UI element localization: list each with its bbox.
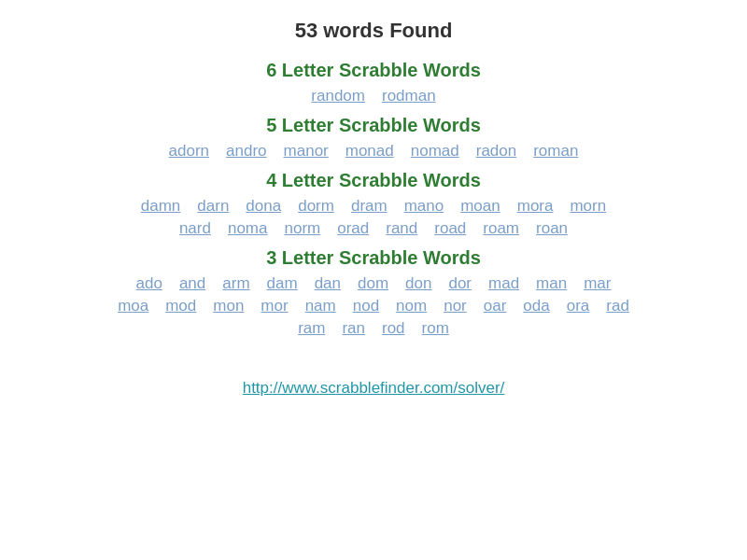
word-mod[interactable]: mod — [165, 297, 196, 315]
word-moan[interactable]: moan — [460, 197, 500, 216]
section-heading-2: 4 Letter Scrabble Words — [118, 170, 629, 191]
word-dorm[interactable]: dorm — [298, 197, 334, 216]
word-dor[interactable]: dor — [448, 274, 472, 293]
word-ram[interactable]: ram — [298, 319, 325, 338]
word-nam[interactable]: nam — [305, 297, 336, 315]
word-oar[interactable]: oar — [484, 297, 507, 315]
word-rad[interactable]: rad — [606, 297, 629, 315]
page-title: 53 words Found — [295, 19, 453, 43]
section-heading-3: 3 Letter Scrabble Words — [118, 247, 629, 269]
word-dom[interactable]: dom — [358, 274, 388, 293]
word-dan[interactable]: dan — [315, 274, 341, 293]
word-ora[interactable]: ora — [567, 297, 590, 315]
word-dona[interactable]: dona — [246, 197, 281, 216]
section-heading-0: 6 Letter Scrabble Words — [118, 60, 629, 81]
word-darn[interactable]: darn — [197, 197, 229, 216]
section-heading-1: 5 Letter Scrabble Words — [118, 115, 629, 136]
word-rand[interactable]: rand — [386, 219, 417, 238]
word-nor[interactable]: nor — [444, 297, 467, 315]
word-nod[interactable]: nod — [353, 297, 379, 315]
word-norm[interactable]: norm — [284, 219, 320, 238]
word-mad[interactable]: mad — [488, 274, 519, 293]
word-morn[interactable]: morn — [570, 197, 606, 216]
word-mano[interactable]: mano — [404, 197, 444, 216]
word-orad[interactable]: orad — [337, 219, 369, 238]
word-random[interactable]: random — [311, 87, 365, 105]
word-nomad[interactable]: nomad — [411, 142, 459, 161]
word-rom[interactable]: rom — [422, 319, 449, 338]
word-ado[interactable]: ado — [136, 274, 162, 293]
word-mar[interactable]: mar — [584, 274, 611, 293]
words-row-3-0: adoandarmdamdandomdondormadmanmar — [118, 274, 629, 293]
word-nom[interactable]: nom — [396, 297, 427, 315]
words-row-1-0: adornandromanormonadnomadradonroman — [118, 142, 629, 161]
word-adorn[interactable]: adorn — [169, 142, 209, 161]
word-monad[interactable]: monad — [345, 142, 394, 161]
word-damn[interactable]: damn — [141, 197, 181, 216]
footer-link[interactable]: http://www.scrabblefinder.com/solver/ — [243, 379, 505, 398]
word-don[interactable]: don — [405, 274, 431, 293]
word-roan[interactable]: roan — [536, 219, 568, 238]
word-manor[interactable]: manor — [284, 142, 329, 161]
words-row-0-0: randomrodman — [118, 87, 629, 105]
words-row-3-1: moamodmonmornamnodnomnoroarodaorarad — [118, 297, 629, 315]
word-rodman[interactable]: rodman — [382, 87, 436, 105]
word-mon[interactable]: mon — [213, 297, 244, 315]
word-nard[interactable]: nard — [179, 219, 211, 238]
word-man[interactable]: man — [536, 274, 567, 293]
word-roman[interactable]: roman — [533, 142, 578, 161]
word-noma[interactable]: noma — [228, 219, 268, 238]
word-mor[interactable]: mor — [261, 297, 288, 315]
word-dram[interactable]: dram — [351, 197, 388, 216]
word-arm[interactable]: arm — [222, 274, 249, 293]
word-radon[interactable]: radon — [476, 142, 516, 161]
word-roam[interactable]: roam — [483, 219, 519, 238]
word-moa[interactable]: moa — [118, 297, 148, 315]
word-mora[interactable]: mora — [517, 197, 554, 216]
words-row-3-2: ramranrodrom — [118, 319, 629, 338]
word-andro[interactable]: andro — [226, 142, 266, 161]
word-dam[interactable]: dam — [267, 274, 298, 293]
word-and[interactable]: and — [179, 274, 205, 293]
word-oda[interactable]: oda — [523, 297, 549, 315]
word-road[interactable]: road — [434, 219, 466, 238]
words-row-2-0: damndarndonadormdrammanomoanmoramorn — [118, 197, 629, 216]
word-rod[interactable]: rod — [382, 319, 405, 338]
words-row-2-1: nardnomanormoradrandroadroamroan — [118, 219, 629, 238]
word-ran[interactable]: ran — [342, 319, 365, 338]
